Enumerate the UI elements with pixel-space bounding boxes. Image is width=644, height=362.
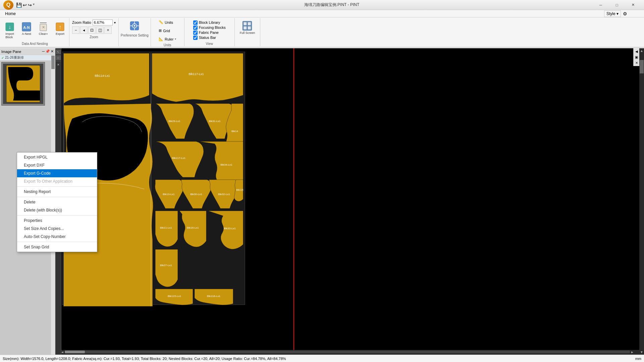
units-label: Units bbox=[165, 20, 173, 24]
zoom-ratio-input[interactable] bbox=[93, 19, 113, 25]
tool-select[interactable]: □ bbox=[56, 55, 61, 60]
canvas-bottom-scrollbar[interactable]: ◄ ► bbox=[55, 350, 639, 355]
side-ctrl-2[interactable]: ▣ bbox=[634, 55, 639, 60]
clear-dropdown-icon: ▾ bbox=[46, 33, 48, 36]
side-ctrl-1[interactable]: ◀ bbox=[635, 49, 639, 54]
units-group-label: Units bbox=[164, 43, 171, 47]
bottom-scroll-thumb[interactable] bbox=[65, 351, 85, 353]
import-block-button[interactable]: ↓ ImportBlock bbox=[2, 20, 17, 40]
svg-text:Blk117-Lx1: Blk117-Lx1 bbox=[172, 157, 186, 160]
style-button[interactable]: Style ▾ bbox=[604, 10, 621, 17]
ctx-properties[interactable]: Properties bbox=[17, 217, 97, 225]
zoom-buttons-row: − ◂ ⊡ ◫ + bbox=[72, 26, 116, 34]
svg-text:Blk33-Lx1: Blk33-Lx1 bbox=[224, 227, 236, 230]
fabric-pane-checkbox-item[interactable]: Fabric Pane bbox=[193, 31, 226, 35]
fullscreen-button[interactable]: Full Screen bbox=[237, 19, 258, 36]
zoom-in-button[interactable]: + bbox=[104, 26, 112, 34]
focusing-blocks-checkbox[interactable] bbox=[193, 25, 198, 30]
svg-text:Blk114-Lx1: Blk114-Lx1 bbox=[95, 74, 110, 77]
image-item-label: 21-26重新排 bbox=[5, 55, 24, 60]
focusing-blocks-checkbox-item[interactable]: Focusing Blocks bbox=[193, 25, 226, 30]
svg-text:Blk27-Lx1: Blk27-Lx1 bbox=[160, 264, 172, 267]
ctx-delete-with-blocks[interactable]: Delete (with Block(s)) bbox=[17, 206, 97, 214]
status-bar-checkbox-item[interactable]: Status Bar bbox=[193, 36, 226, 40]
export-button[interactable]: ↑ Export bbox=[52, 20, 68, 37]
zoom-back-button[interactable]: ◂ bbox=[80, 26, 88, 34]
tool-pointer[interactable]: ↖ bbox=[56, 50, 61, 54]
canvas-right-scrollbar[interactable]: ▲ ▼ bbox=[639, 48, 644, 355]
undo-icon[interactable]: ↩ bbox=[23, 2, 27, 8]
ruler-label: Ruler bbox=[165, 37, 173, 41]
image-pane-close[interactable]: ✕ bbox=[51, 49, 54, 54]
window-controls: ─ □ ✕ bbox=[593, 0, 641, 10]
svg-text:Blk16-Lx1: Blk16-Lx1 bbox=[187, 226, 199, 229]
import-block-icon: ↓ bbox=[4, 21, 15, 32]
fabric-pane-checkbox[interactable] bbox=[193, 31, 198, 35]
zoom-region-button[interactable]: ◫ bbox=[96, 26, 104, 34]
image-pane-pin[interactable]: 📌 bbox=[45, 49, 50, 54]
fullscreen-icon bbox=[242, 20, 253, 31]
status-bar-checkbox[interactable] bbox=[193, 36, 198, 40]
svg-text:✕: ✕ bbox=[42, 25, 45, 29]
ctx-separator-4 bbox=[17, 242, 97, 242]
tool-x[interactable]: ✕ bbox=[56, 62, 61, 67]
minimize-button[interactable]: ─ bbox=[593, 0, 608, 10]
maximize-button[interactable]: □ bbox=[609, 0, 625, 10]
ctx-auto-set-copy[interactable]: Auto-Set Copy-Number bbox=[17, 233, 97, 241]
ctx-export-dxf[interactable]: Export DXF bbox=[17, 161, 97, 169]
ruler-dropdown-icon: ▾ bbox=[175, 38, 176, 41]
menu-home[interactable]: Home bbox=[2, 11, 19, 17]
window-title: 海绵刀路编辑宝例.PINT - PINT bbox=[70, 2, 593, 8]
red-boundary-line bbox=[293, 48, 294, 355]
zoom-fit-button[interactable]: ⊡ bbox=[88, 26, 96, 34]
context-menu: Export HPGL Export DXF Export G-Code Exp… bbox=[17, 152, 97, 252]
svg-text:Blk116-Lx1: Blk116-Lx1 bbox=[207, 295, 221, 298]
scroll-thumb[interactable] bbox=[640, 60, 644, 73]
data-nesting-group-label: Data And Nesting bbox=[22, 41, 48, 46]
ctx-export-gcode[interactable]: Export G-Code bbox=[17, 169, 97, 177]
grid-button[interactable]: ⊞ Grid bbox=[156, 27, 179, 34]
zoom-out-button[interactable]: − bbox=[72, 26, 79, 34]
clear-button[interactable]: ✕ Clear ▾ bbox=[36, 20, 51, 37]
ctx-separator-3 bbox=[17, 215, 97, 216]
scroll-down-arrow[interactable]: ▼ bbox=[639, 350, 644, 355]
redo-icon[interactable]: ↪ bbox=[28, 2, 32, 8]
a-nest-button[interactable]: A-N A-Nest bbox=[19, 20, 34, 37]
ctx-export-hpgl[interactable]: Export HPGL bbox=[17, 153, 97, 161]
preference-setting-button[interactable] bbox=[126, 19, 143, 33]
focusing-blocks-label: Focusing Blocks bbox=[199, 25, 226, 29]
ruler-button[interactable]: 📐 Ruler ▾ bbox=[156, 36, 179, 43]
ctx-nesting-report[interactable]: Nesting Report bbox=[17, 188, 97, 196]
close-button[interactable]: ✕ bbox=[625, 0, 641, 10]
image-pane-item-selected[interactable]: ✓ 21-26重新排 bbox=[0, 55, 55, 61]
header-overlay: Style ▾ ⚙ bbox=[604, 10, 627, 17]
save-icon[interactable]: 💾 bbox=[16, 2, 22, 8]
fullscreen-label: Full Screen bbox=[240, 31, 255, 35]
block-library-checkbox[interactable] bbox=[193, 20, 198, 25]
svg-text:Blk32-Lx1: Blk32-Lx1 bbox=[218, 193, 230, 196]
svg-text:Blk11-Lx1: Blk11-Lx1 bbox=[160, 226, 172, 229]
svg-text:Blk29-Lx1: Blk29-Lx1 bbox=[168, 120, 180, 123]
side-ctrl-3[interactable]: ✕ bbox=[635, 60, 639, 65]
dropdown-arrow[interactable]: ▾ bbox=[33, 2, 35, 8]
units-button[interactable]: 📏 Units bbox=[156, 19, 179, 26]
ctx-delete[interactable]: Delete bbox=[17, 198, 97, 206]
scroll-right-arrow[interactable]: ► bbox=[631, 350, 634, 354]
a-nest-icon: A-N bbox=[21, 21, 32, 32]
import-block-label: ImportBlock bbox=[5, 32, 14, 39]
ctx-set-size-copies[interactable]: Set Size And Copies... bbox=[17, 225, 97, 233]
ribbon-group-units: 📏 Units ⊞ Grid 📐 Ruler ▾ Units bbox=[151, 18, 184, 46]
svg-rect-18 bbox=[248, 22, 251, 25]
svg-rect-20 bbox=[248, 26, 251, 29]
zoom-ratio-dropdown[interactable]: ▾ bbox=[114, 21, 116, 24]
scroll-up-arrow[interactable]: ▲ bbox=[639, 48, 644, 53]
image-pane-buttons: ─ 📌 ✕ bbox=[42, 49, 54, 54]
ctx-separator-2 bbox=[17, 197, 97, 197]
block-library-checkbox-item[interactable]: Block Library bbox=[193, 20, 226, 25]
bottom-scrollbar-inner: ◄ ► bbox=[55, 350, 639, 354]
image-pane-minimize[interactable]: ─ bbox=[42, 49, 45, 54]
ctx-set-snap-grid[interactable]: Set Snap Grid bbox=[17, 243, 97, 251]
svg-rect-17 bbox=[244, 22, 247, 25]
quick-access-toolbar: 💾 ↩ ↪ ▾ bbox=[16, 2, 35, 8]
settings-icon[interactable]: ⚙ bbox=[623, 11, 627, 16]
